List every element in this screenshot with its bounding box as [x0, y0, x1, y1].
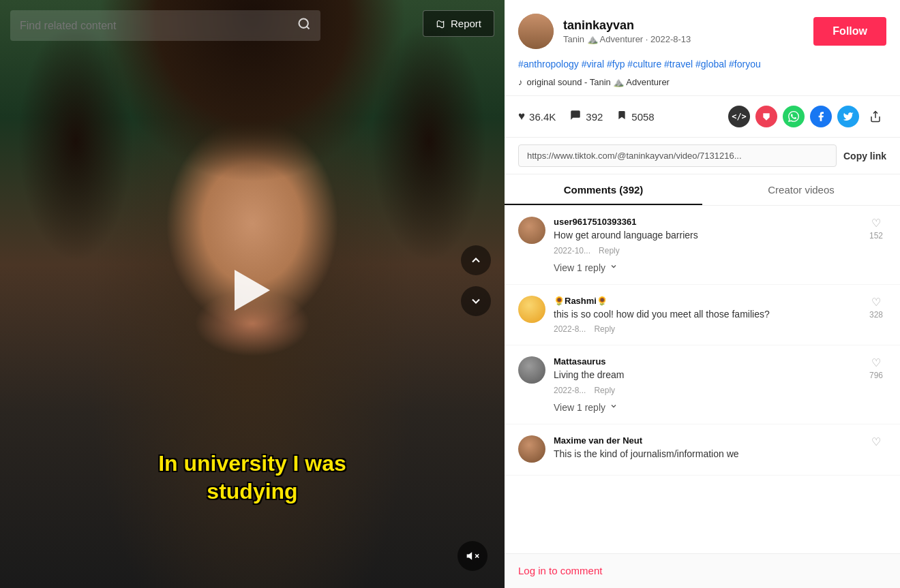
- report-button[interactable]: Report: [423, 10, 494, 37]
- like-icon[interactable]: ♡: [871, 356, 881, 369]
- svg-line-1: [307, 27, 310, 29]
- follow-button[interactable]: Follow: [813, 17, 886, 46]
- svg-marker-2: [235, 270, 270, 311]
- hashtag-foryou[interactable]: #foryou: [729, 59, 761, 69]
- comment-like: ♡ 328: [866, 296, 886, 335]
- comment-like: ♡ 152: [866, 217, 886, 256]
- comment-text: Living the dream: [554, 369, 858, 382]
- like-count: 796: [869, 371, 883, 380]
- comments-stat: 392: [569, 109, 603, 125]
- bookmarks-stat: 5058: [616, 109, 654, 125]
- comment-meta: 2022-10... Reply: [554, 246, 858, 256]
- comment-footer: Log in to comment: [505, 553, 900, 588]
- search-input[interactable]: [20, 20, 297, 32]
- like-icon[interactable]: ♡: [871, 296, 881, 309]
- view-reply-button[interactable]: View 1 reply: [554, 402, 886, 413]
- svg-point-0: [299, 19, 308, 28]
- chevron-down-icon: [610, 402, 618, 412]
- like-icon[interactable]: ♡: [871, 435, 881, 448]
- music-icon: ♪: [518, 77, 523, 87]
- like-count: 328: [869, 310, 883, 320]
- avatar: [518, 356, 545, 384]
- comment-text: This is the kind of journalism/informati…: [554, 448, 858, 461]
- comment-content: 🌻Rashmi🌻 this is so cool! how did you me…: [554, 296, 858, 335]
- avatar: [518, 217, 545, 244]
- comment-content: Maxime van der Neut This is the kind of …: [554, 435, 858, 465]
- search-button[interactable]: [297, 17, 311, 34]
- view-reply-button[interactable]: View 1 reply: [554, 262, 886, 273]
- tab-creator-videos[interactable]: Creator videos: [702, 174, 900, 205]
- hashtag-culture[interactable]: #culture: [627, 59, 661, 69]
- hashtag-fyp[interactable]: #fyp: [607, 59, 625, 69]
- comment-username: Maxime van der Neut: [554, 435, 858, 446]
- comment-row: 🌻Rashmi🌻 this is so cool! how did you me…: [518, 296, 886, 335]
- comment-username: user9617510393361: [554, 217, 858, 227]
- reply-link[interactable]: Reply: [599, 246, 620, 256]
- video-subtitle: In university I was studying: [158, 450, 346, 506]
- sound-info: ♪ original sound - Tanin ⛰️ Adventurer: [518, 77, 886, 87]
- whatsapp-button[interactable]: [783, 106, 805, 127]
- mute-button[interactable]: [457, 541, 487, 571]
- comment-row: Mattasaurus Living the dream 2022-8... R…: [518, 356, 886, 395]
- tab-comments[interactable]: Comments (392): [505, 174, 702, 205]
- comment-username: Mattasaurus: [554, 356, 858, 367]
- like-icon[interactable]: ♡: [871, 217, 881, 230]
- user-info: taninkayvan Tanin ⛰️ Adventurer · 2022-8…: [563, 18, 804, 44]
- url-row: Copy link: [505, 138, 900, 174]
- comment-like: ♡ 796: [866, 356, 886, 395]
- comment-text: this is so cool! how did you meet all th…: [554, 308, 858, 322]
- reply-link[interactable]: Reply: [594, 324, 615, 334]
- user-meta: Tanin ⛰️ Adventurer · 2022-8-13: [563, 34, 804, 44]
- bookmark-icon: [616, 109, 627, 125]
- hashtag-viral[interactable]: #viral: [582, 59, 604, 69]
- right-panel: taninkayvan Tanin ⛰️ Adventurer · 2022-8…: [505, 0, 900, 588]
- comment-content: user9617510393361 How get around languag…: [554, 217, 858, 256]
- comment-like: ♡: [866, 435, 886, 465]
- pocket-button[interactable]: [755, 106, 777, 127]
- comment-icon: [569, 109, 582, 125]
- avatar: [518, 14, 554, 49]
- comment-item: user9617510393361 How get around languag…: [505, 206, 900, 285]
- video-panel: Report In university I was studying: [0, 0, 505, 588]
- comment-meta: 2022-8... Reply: [554, 386, 858, 395]
- tabs: Comments (392) Creator videos: [505, 174, 900, 206]
- hashtag-anthropology[interactable]: #anthropology: [518, 59, 579, 69]
- facebook-button[interactable]: [810, 106, 832, 127]
- twitter-button[interactable]: [837, 106, 859, 127]
- hashtags: #anthropology #viral #fyp #culture #trav…: [518, 57, 886, 72]
- avatar: [518, 296, 545, 323]
- login-link[interactable]: Log in to comment: [518, 565, 602, 576]
- comment-meta: 2022-8... Reply: [554, 324, 858, 334]
- comment-item: Maxime van der Neut This is the kind of …: [505, 424, 900, 476]
- embed-button[interactable]: </>: [728, 106, 750, 127]
- comment-text: How get around language barriers: [554, 229, 858, 243]
- like-count: 152: [869, 231, 883, 241]
- more-share-button[interactable]: [865, 106, 886, 127]
- likes-count: 36.4K: [529, 111, 556, 123]
- likes-stat: ♥ 36.4K: [518, 110, 556, 123]
- comment-row: user9617510393361 How get around languag…: [518, 217, 886, 256]
- stats-row: ♥ 36.4K 392 5058 </>: [505, 96, 900, 138]
- comment-username: 🌻Rashmi🌻: [554, 296, 858, 306]
- search-bar: [10, 10, 320, 41]
- heart-icon: ♥: [518, 110, 525, 123]
- avatar: [518, 435, 545, 463]
- comment-item: Mattasaurus Living the dream 2022-8... R…: [505, 345, 900, 424]
- comments-count: 392: [586, 111, 603, 123]
- chevron-down-icon: [610, 262, 618, 273]
- reply-link[interactable]: Reply: [594, 386, 615, 395]
- copy-link-button[interactable]: Copy link: [843, 151, 886, 161]
- profile-header: taninkayvan Tanin ⛰️ Adventurer · 2022-8…: [505, 0, 900, 96]
- bookmarks-count: 5058: [631, 111, 654, 123]
- comment-row: Maxime van der Neut This is the kind of …: [518, 435, 886, 465]
- url-input[interactable]: [518, 144, 837, 167]
- share-icons: </>: [728, 106, 886, 127]
- comment-item: 🌻Rashmi🌻 this is so cool! how did you me…: [505, 285, 900, 346]
- play-button[interactable]: [235, 270, 270, 319]
- hashtag-global[interactable]: #global: [695, 59, 726, 69]
- nav-down-button[interactable]: [461, 286, 491, 316]
- hashtag-travel[interactable]: #travel: [664, 59, 693, 69]
- comments-list: user9617510393361 How get around languag…: [505, 206, 900, 553]
- nav-up-button[interactable]: [461, 245, 491, 275]
- user-row: taninkayvan Tanin ⛰️ Adventurer · 2022-8…: [518, 14, 886, 49]
